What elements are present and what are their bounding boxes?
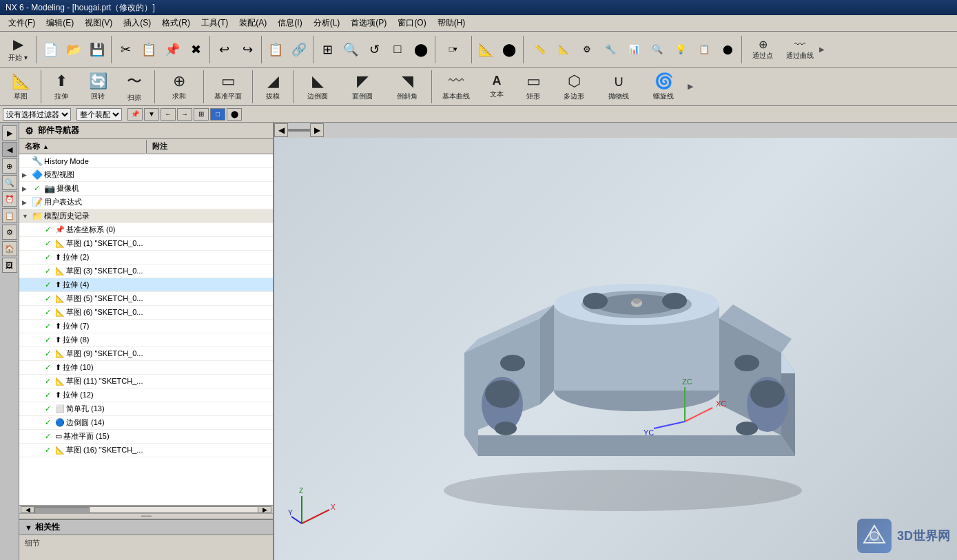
sketch-button[interactable]: 📐 草图 [3, 70, 39, 104]
sel-btn7[interactable]: ⬤ [227, 108, 242, 121]
sel-btn1[interactable]: 📌 [127, 108, 143, 121]
sidebar-icon-4[interactable]: 🔍 [2, 175, 17, 190]
viewport-tab[interactable] [288, 129, 310, 132]
menu-preferences[interactable]: 首选项(P) [345, 16, 392, 30]
tree-item-camera[interactable]: ▶ ✓ 📷 摄像机 [19, 182, 273, 196]
rectangle-button[interactable]: ▭ 矩形 [515, 70, 551, 104]
view-zoom-button[interactable]: 🔍 [340, 34, 362, 65]
draft-button[interactable]: ◢ 拔模 [255, 70, 291, 104]
tree-item-extrude12[interactable]: ✓ ⬆ 拉伸 (12) [19, 388, 273, 402]
polygon-button[interactable]: ⬡ 多边形 [552, 70, 596, 104]
chamfer-button[interactable]: ◥ 倒斜角 [385, 70, 429, 104]
menu-file[interactable]: 文件(F) [3, 16, 41, 30]
helix-button[interactable]: 🌀 螺旋线 [641, 70, 686, 104]
link-button[interactable]: 🔗 [288, 34, 310, 65]
sweep-button[interactable]: 〜 扫掠 [116, 70, 152, 104]
tree-item-model-views[interactable]: ▶ 🔷 模型视图 [19, 168, 273, 182]
tree-item-hole13[interactable]: ✓ ⬜ 简单孔 (13) [19, 402, 273, 416]
menu-analysis[interactable]: 分析(L) [308, 16, 346, 30]
text-button[interactable]: A 文本 [479, 70, 515, 104]
sel-btn5[interactable]: ⊞ [194, 108, 209, 121]
cut-button[interactable]: ✂ [114, 34, 136, 65]
datum-plane-button[interactable]: ▭ 基准平面 [206, 70, 250, 104]
paste-button[interactable]: 📌 [161, 34, 183, 65]
properties-button[interactable]: 📋 [265, 34, 287, 65]
analysis9-button[interactable]: ⬤ [717, 34, 739, 65]
tree-item-sketch5[interactable]: ✓ 📐 草图 (5) "SKETCH_0... [19, 292, 273, 306]
nav-hscroll[interactable]: ◀ ▶ [19, 505, 273, 513]
display-mode-button[interactable]: □▾ [438, 34, 469, 65]
analysis7-button[interactable]: 💡 [670, 34, 692, 65]
extrude-button[interactable]: ⬆ 拉伸 [43, 70, 79, 104]
edge-blend-button[interactable]: ◣ 边倒圆 [296, 70, 340, 104]
tree-item-sketch1[interactable]: ✓ 📐 草图 (1) "SKETCH_0... [19, 237, 273, 251]
union-button[interactable]: ⊕ 求和 [157, 70, 201, 104]
analysis4-button[interactable]: 🔧 [599, 34, 621, 65]
analysis1-button[interactable]: 📏 [529, 34, 551, 65]
analysis6-button[interactable]: 🔍 [646, 34, 668, 65]
assembly-select[interactable]: 整个装配 [76, 108, 122, 121]
sidebar-icon-1[interactable]: ▶ [2, 125, 17, 141]
analysis3-button[interactable]: ⚙ [576, 34, 598, 65]
analysis8-button[interactable]: 📋 [693, 34, 715, 65]
parabola-button[interactable]: ∪ 抛物线 [597, 70, 641, 104]
menu-assembly[interactable]: 装配(A) [234, 16, 272, 30]
tree-item-sketch6[interactable]: ✓ 📐 草图 (6) "SKETCH_0... [19, 306, 273, 320]
scroll-thumb[interactable] [34, 507, 90, 514]
expand-camera[interactable]: ▶ [22, 185, 30, 192]
copy-button[interactable]: 📋 [138, 34, 160, 65]
undo-button[interactable]: ↩ [213, 34, 235, 65]
sidebar-icon-5[interactable]: ⏰ [2, 191, 17, 207]
analysis5-button[interactable]: 📊 [623, 34, 645, 65]
menu-window[interactable]: 窗口(O) [392, 16, 431, 30]
menu-tools[interactable]: 工具(T) [196, 16, 234, 30]
scroll-left[interactable]: ◀ [21, 506, 34, 513]
menu-help[interactable]: 帮助(H) [432, 16, 471, 30]
expand-model-history[interactable]: ▼ [22, 213, 30, 220]
redo-button[interactable]: ↪ [236, 34, 258, 65]
sel-btn4[interactable]: → [177, 108, 192, 121]
face-blend-button[interactable]: ◤ 面倒圆 [340, 70, 384, 104]
snap-button[interactable]: 📐 [475, 34, 497, 65]
open-button[interactable]: 📂 [63, 34, 85, 65]
basic-curve-button[interactable]: 〰 基本曲线 [434, 70, 478, 104]
sel-btn2[interactable]: ▼ [144, 108, 159, 121]
filter-select[interactable]: 没有选择过滤器 面 边 体 [3, 108, 71, 121]
passthrough-button[interactable]: ⊕ 通过点 [745, 34, 781, 65]
view-options-button[interactable]: □ [387, 34, 409, 65]
sidebar-icon-6[interactable]: 📋 [2, 208, 17, 223]
view-rotate-button[interactable]: ↺ [363, 34, 385, 65]
expand-model-views[interactable]: ▶ [22, 172, 30, 178]
tree-item-user-expr[interactable]: ▶ 📝 用户表达式 [19, 196, 273, 209]
nav-resize-handle[interactable]: ━━━ [19, 513, 273, 519]
tree-item-extrude10[interactable]: ✓ ⬆ 拉伸 (10) [19, 361, 273, 375]
analysis2-button[interactable]: 📐 [553, 34, 575, 65]
menu-view[interactable]: 视图(V) [79, 16, 118, 30]
vp-nav-right[interactable]: ▶ [310, 123, 324, 137]
sidebar-icon-3[interactable]: ⊕ [2, 158, 17, 174]
render-button[interactable]: ⬤ [410, 34, 432, 65]
delete-button[interactable]: ✖ [185, 34, 207, 65]
menu-format[interactable]: 格式(R) [156, 16, 196, 30]
menu-info[interactable]: 信息(I) [272, 16, 307, 30]
tree-item-extrude8[interactable]: ✓ ⬆ 拉伸 (8) [19, 333, 273, 347]
curve-button[interactable]: 〰 通过曲线 [782, 34, 818, 65]
view-fit-button[interactable]: ⊞ [316, 34, 338, 65]
scroll-right[interactable]: ▶ [258, 506, 271, 513]
save-button[interactable]: 💾 [86, 34, 108, 65]
revolve-button[interactable]: 🔄 回转 [80, 70, 116, 104]
viewport[interactable]: ◀ ▶ [274, 123, 957, 560]
expand-user-expr[interactable]: ▶ [22, 199, 30, 206]
bottom-panel-toggle[interactable]: ▼ [25, 523, 32, 532]
new-button[interactable]: 📄 [39, 34, 61, 65]
tree-item-edge-blend14[interactable]: ✓ 🔵 边倒圆 (14) [19, 416, 273, 430]
more-button[interactable]: ▶ [688, 82, 693, 91]
select-button[interactable]: ⬤ [498, 34, 520, 65]
menu-edit[interactable]: 编辑(E) [41, 16, 79, 30]
tree-item-extrude7[interactable]: ✓ ⬆ 拉伸 (7) [19, 320, 273, 333]
vp-nav-left[interactable]: ◀ [274, 123, 288, 137]
menu-insert[interactable]: 插入(S) [118, 16, 156, 30]
sel-btn3[interactable]: ← [161, 108, 176, 121]
tree-item-model-history[interactable]: ▼ 📁 模型历史记录 [19, 209, 273, 223]
tree-item-sketch9[interactable]: ✓ 📐 草图 (9) "SKETCH_0... [19, 347, 273, 361]
